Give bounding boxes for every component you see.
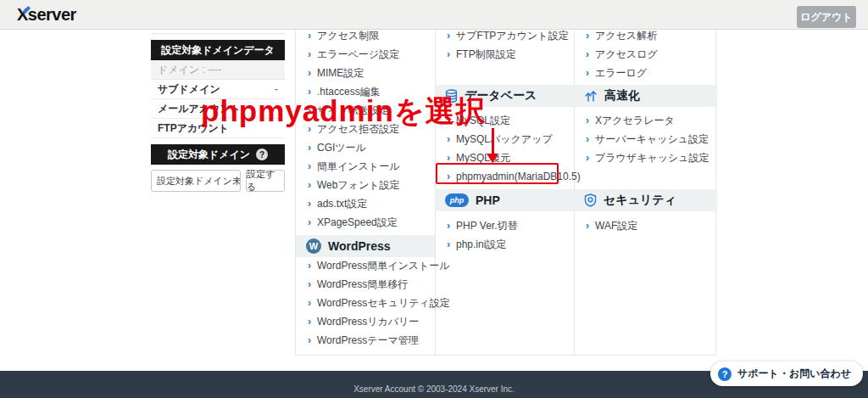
support-button[interactable]: サポート・お問い合わせ <box>710 362 863 386</box>
menu-item-label: エラーログ <box>595 66 647 81</box>
chevron-right-icon <box>308 49 311 59</box>
speed-section-title: 高速化 <box>604 88 640 104</box>
menu-item[interactable]: MySQLバックアップ <box>435 130 574 149</box>
menu-item-label: WordPress簡単インストール <box>317 259 450 273</box>
menu-item-label: WordPressテーマ管理 <box>317 334 419 348</box>
chevron-right-icon <box>308 199 311 209</box>
chevron-right-icon <box>447 134 450 144</box>
domain-select[interactable]: 設定対象ドメイン未 <box>151 170 241 192</box>
menu-column-site: アクセス制限 エラーページ設定 MIME設定 .htaccess編集 <box>296 30 435 355</box>
domain-data-title: 設定対象ドメインデータ <box>151 40 285 60</box>
chevron-right-icon <box>447 31 450 41</box>
shield-icon <box>584 193 597 207</box>
menu-item-label: サブFTPアカウント設定 <box>456 29 569 43</box>
chevron-right-icon <box>308 317 311 327</box>
menu-item-label: WordPress簡単移行 <box>317 277 408 292</box>
menu-item[interactable]: XPageSpeed設定 <box>296 213 435 232</box>
speed-menu-list: Xアクセラレータ サーバーキャッシュ設定 ブラウザキャッシュ設定 <box>574 111 717 167</box>
menu-item[interactable]: WordPressセキュリティ設定 <box>296 294 435 312</box>
menu-item[interactable]: MIME設定 <box>296 64 435 82</box>
chevron-right-icon <box>308 335 311 345</box>
support-button-label: サポート・お問い合わせ <box>737 367 851 381</box>
menu-item-label: CGIツール <box>317 141 366 155</box>
annotation-highlight-box <box>436 163 559 184</box>
security-menu-list: WAF設定 <box>574 216 717 235</box>
menu-item[interactable]: CGIツール <box>296 138 435 157</box>
security-section-header: セキュリティ <box>574 189 717 211</box>
php-icon: php <box>445 193 469 207</box>
speed-section-header: 高速化 <box>574 85 717 107</box>
target-domain-title: 設定対象ドメイン <box>151 144 285 165</box>
chevron-right-icon <box>308 31 311 41</box>
chevron-right-icon <box>586 153 589 163</box>
menu-item[interactable]: php.ini設定 <box>435 235 574 254</box>
menu-column-logs-speed: アクセス解析 アクセスログ エラーログ 高速化 <box>574 30 717 355</box>
domain-row: ドメイン : ---- <box>151 60 285 80</box>
menu-item-label: PHP Ver.切替 <box>456 219 517 233</box>
menu-item[interactable]: WordPressリカバリー <box>296 312 435 331</box>
row-value: - <box>275 83 278 95</box>
speed-up-arrows-icon <box>584 89 598 103</box>
chevron-right-icon <box>308 180 311 190</box>
target-domain-controls: 設定対象ドメイン未 設定する <box>151 170 285 192</box>
menu-item[interactable]: WordPress簡単インストール <box>296 256 435 275</box>
xserver-logo: Xserver <box>17 5 76 25</box>
logs-menu-list: アクセス解析 アクセスログ エラーログ <box>574 26 717 82</box>
chevron-right-icon <box>447 239 450 249</box>
menu-item[interactable]: WAF設定 <box>574 216 717 235</box>
menu-item[interactable]: 簡単インストール <box>296 157 435 176</box>
logout-button[interactable]: ログアウト <box>797 6 856 28</box>
chevron-right-icon <box>586 134 589 144</box>
menu-item-label: ブラウザキャッシュ設定 <box>595 151 709 165</box>
ftp-menu-list: サブFTPアカウント設定 FTP制限設定 <box>435 26 574 64</box>
set-domain-button[interactable]: 設定する <box>246 170 285 192</box>
menu-item-label: MIME設定 <box>317 66 364 81</box>
chevron-right-icon <box>447 153 450 163</box>
menu-item[interactable]: ads.txt設定 <box>296 194 435 213</box>
top-header: Xserver ログアウト <box>0 0 868 30</box>
php-section-header: php PHP <box>435 189 574 211</box>
menu-item[interactable]: PHP Ver.切替 <box>435 216 574 235</box>
menu-item-label: アクセス解析 <box>595 29 657 43</box>
menu-item-label: WAF設定 <box>595 219 637 233</box>
help-question-icon[interactable] <box>256 149 268 160</box>
wordpress-icon: W <box>306 238 321 254</box>
annotation-arrow-line <box>492 128 494 154</box>
xserver-logo-x-icon: Xserver <box>17 5 76 25</box>
chevron-right-icon <box>308 161 311 171</box>
menu-item[interactable]: WordPressテーマ管理 <box>296 331 435 350</box>
chevron-right-icon <box>586 49 589 59</box>
chevron-right-icon <box>447 49 450 59</box>
menu-item-label: Webフォント設定 <box>317 178 400 193</box>
chevron-right-icon <box>308 143 311 153</box>
chevron-right-icon <box>308 217 311 227</box>
menu-item-label: サーバーキャッシュ設定 <box>595 132 709 147</box>
domain-select-value: 設定対象ドメイン未 <box>157 175 241 188</box>
menu-item-label: WordPressセキュリティ設定 <box>317 296 450 311</box>
menu-item[interactable]: アクセスログ <box>574 45 717 64</box>
wordpress-section-header: W WordPress <box>296 235 435 257</box>
wordpress-menu-list: WordPress簡単インストール WordPress簡単移行 WordPres… <box>296 256 435 350</box>
security-section-title: セキュリティ <box>604 193 676 208</box>
menu-item[interactable]: エラーページ設定 <box>296 45 435 64</box>
menu-item-label: XPageSpeed設定 <box>317 216 398 230</box>
chevron-right-icon <box>308 68 311 78</box>
menu-item[interactable]: Webフォント設定 <box>296 176 435 194</box>
annotation-text: phpmyadminを選択 <box>201 95 487 128</box>
menu-item[interactable]: Xアクセラレータ <box>574 111 717 130</box>
menu-item[interactable]: サーバーキャッシュ設定 <box>574 130 717 149</box>
menu-item-label: php.ini設定 <box>456 238 506 252</box>
chevron-right-icon <box>586 221 589 231</box>
chevron-right-icon <box>586 31 589 41</box>
menu-item[interactable]: ブラウザキャッシュ設定 <box>574 149 717 167</box>
menu-item[interactable]: FTP制限設定 <box>435 45 574 64</box>
php-section-title: PHP <box>476 193 500 207</box>
menu-item-label: MySQLバックアップ <box>456 132 553 147</box>
chevron-right-icon <box>308 298 311 308</box>
menu-item[interactable]: エラーログ <box>574 64 717 82</box>
chevron-right-icon <box>586 115 589 126</box>
menu-panel: アクセス制限 エラーページ設定 MIME設定 .htaccess編集 <box>295 30 716 356</box>
menu-item[interactable]: WordPress簡単移行 <box>296 275 435 294</box>
sidebar-top-divider <box>151 33 285 34</box>
annotation-arrow-head-icon <box>487 154 498 163</box>
